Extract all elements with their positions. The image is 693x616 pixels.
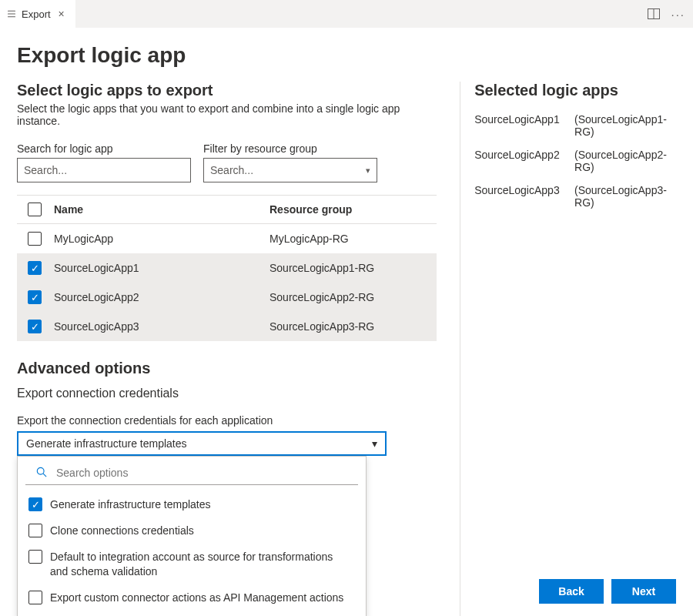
search-label: Search for logic app (17, 142, 191, 155)
option-label: Clone connections credentials (50, 524, 194, 537)
filter-combo[interactable]: Search... ▾ (203, 158, 377, 182)
table-row[interactable]: MyLogicApp MyLogicApp-RG (17, 224, 437, 253)
selected-heading: Selected logic apps (474, 82, 676, 99)
svg-line-3 (43, 474, 46, 477)
dropdown-option[interactable]: Default to integration account as source… (18, 544, 366, 584)
chevron-down-icon: ▾ (366, 166, 370, 176)
row-name: SourceLogicApp1 (54, 262, 270, 274)
credentials-dropdown[interactable]: Generate infrastructure templates ▾ (17, 431, 387, 456)
selected-list: SourceLogicApp1 (SourceLogicApp1-RG) Sou… (474, 113, 676, 209)
row-checkbox[interactable] (28, 290, 42, 304)
page-title: Export logic app (17, 43, 676, 68)
footer: Back Next (539, 579, 676, 604)
option-label: Generate infrastructure templates (50, 497, 211, 511)
tab-title: Export (22, 8, 51, 20)
section-heading: Select logic apps to export (17, 82, 437, 99)
selected-item: SourceLogicApp1 (SourceLogicApp1-RG) (474, 113, 676, 138)
advanced-subheading: Export connection credentials (17, 387, 437, 400)
next-button[interactable]: Next (611, 579, 676, 604)
row-checkbox[interactable] (28, 320, 42, 333)
selected-rg: (SourceLogicApp1-RG) (574, 113, 676, 138)
select-all-checkbox[interactable] (28, 203, 42, 216)
dropdown-panel: Generate infrastructure templates Clone … (17, 456, 367, 616)
row-rg: SourceLogicApp3-RG (270, 320, 426, 333)
back-button[interactable]: Back (539, 579, 604, 604)
row-name: SourceLogicApp3 (54, 320, 270, 333)
selected-item: SourceLogicApp3 (SourceLogicApp3-RG) (474, 184, 676, 209)
table-row[interactable]: SourceLogicApp1 SourceLogicApp1-RG (17, 253, 437, 283)
dropdown-search-input[interactable] (55, 466, 347, 480)
close-icon[interactable]: × (55, 7, 68, 21)
dropdown-option[interactable]: Generate infrastructure templates (18, 491, 366, 517)
option-label: Export custom connector actions as API M… (50, 591, 343, 604)
panel-split-icon[interactable] (648, 8, 660, 19)
option-checkbox[interactable] (28, 591, 42, 604)
section-subtitle: Select the logic apps that you want to e… (17, 102, 437, 127)
selected-name: SourceLogicApp1 (474, 113, 565, 138)
filter-placeholder: Search... (210, 164, 253, 176)
filter-label: Filter by resource group (203, 142, 377, 155)
advanced-description: Export the connection credentials for ea… (17, 414, 437, 427)
table-header: Name Resource group (17, 195, 437, 224)
logic-apps-table: Name Resource group MyLogicApp MyLogicAp… (17, 195, 437, 341)
tab-bar-actions: ··· (648, 0, 685, 28)
row-rg: SourceLogicApp2-RG (270, 291, 426, 303)
row-rg: MyLogicApp-RG (270, 233, 426, 245)
row-checkbox[interactable] (28, 232, 42, 246)
svg-point-2 (37, 467, 44, 474)
selected-name: SourceLogicApp3 (474, 184, 565, 209)
dropdown-option[interactable]: Clone connections credentials (18, 517, 366, 544)
chevron-down-icon: ▾ (372, 437, 377, 450)
selected-item: SourceLogicApp2 (SourceLogicApp2-RG) (474, 149, 676, 173)
option-checkbox[interactable] (28, 497, 42, 511)
selected-rg: (SourceLogicApp2-RG) (574, 149, 676, 173)
selected-name: SourceLogicApp2 (474, 149, 565, 173)
search-input[interactable] (17, 158, 191, 182)
col-header-rg[interactable]: Resource group (270, 203, 426, 216)
row-rg: SourceLogicApp1-RG (270, 262, 426, 274)
dropdown-value: Generate infrastructure templates (26, 437, 187, 450)
dropdown-search (25, 463, 358, 485)
search-icon (36, 467, 47, 480)
selected-rg: (SourceLogicApp3-RG) (574, 184, 676, 209)
tab-bar: Export × ··· (0, 0, 693, 28)
row-name: MyLogicApp (54, 233, 270, 245)
advanced-heading: Advanced options (17, 360, 437, 377)
dropdown-option[interactable]: Export custom connector actions as API M… (18, 584, 366, 611)
col-header-name[interactable]: Name (54, 203, 270, 216)
row-checkbox[interactable] (28, 261, 42, 275)
row-name: SourceLogicApp2 (54, 291, 270, 303)
more-icon[interactable]: ··· (671, 8, 685, 21)
table-row[interactable]: SourceLogicApp2 SourceLogicApp2-RG (17, 283, 437, 312)
option-checkbox[interactable] (28, 524, 42, 537)
list-icon (6, 8, 17, 19)
table-row[interactable]: SourceLogicApp3 SourceLogicApp3-RG (17, 312, 437, 341)
tab-export[interactable]: Export × (0, 0, 75, 28)
option-label: Default to integration account as source… (50, 550, 343, 578)
option-checkbox[interactable] (28, 550, 42, 564)
